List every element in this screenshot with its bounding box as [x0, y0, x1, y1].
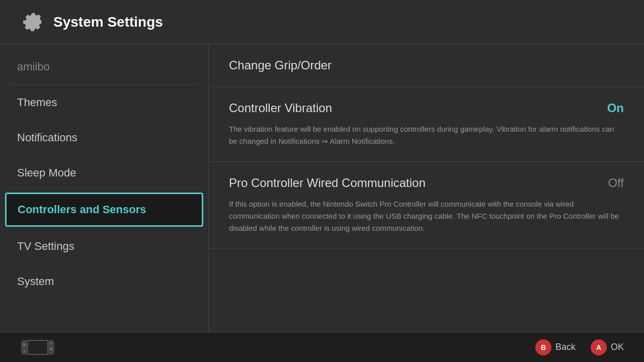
sidebar-item-system[interactable]: System: [0, 264, 208, 299]
bottom-buttons: B Back A OK: [535, 339, 624, 355]
content-area: Change Grip/Order Controller Vibration O…: [209, 44, 644, 332]
back-button[interactable]: B Back: [535, 339, 576, 355]
page-title: System Settings: [53, 14, 163, 30]
section-pro-controller-wired[interactable]: Pro Controller Wired Communication Off I…: [209, 162, 644, 249]
bottom-bar: B Back A OK: [0, 332, 644, 362]
pro-controller-desc: If this option is enabled, the Nintendo …: [229, 198, 624, 234]
back-label: Back: [555, 342, 576, 352]
svg-point-4: [23, 343, 26, 346]
svg-point-5: [24, 350, 26, 352]
header: System Settings: [0, 0, 644, 44]
section-change-grip-order[interactable]: Change Grip/Order: [209, 44, 644, 87]
svg-point-6: [50, 347, 53, 350]
sidebar-item-sleep-mode[interactable]: Sleep Mode: [0, 155, 208, 191]
sidebar-item-amiibo[interactable]: amiibo: [0, 49, 208, 84]
ok-button[interactable]: A OK: [591, 339, 624, 355]
main-layout: amiibo Themes Notifications Sleep Mode C…: [0, 44, 644, 332]
pro-controller-title: Pro Controller Wired Communication: [229, 176, 426, 190]
sidebar-item-tv-settings[interactable]: TV Settings: [0, 229, 208, 264]
switch-console-icon: [20, 337, 55, 357]
pro-controller-value: Off: [608, 176, 624, 190]
ok-label: OK: [611, 342, 624, 352]
controller-vibration-title: Controller Vibration: [229, 101, 332, 115]
svg-rect-1: [21, 340, 28, 355]
svg-rect-3: [28, 341, 47, 354]
a-button-icon: A: [591, 339, 607, 355]
section-header-pro-controller: Pro Controller Wired Communication Off: [229, 176, 624, 190]
sidebar-item-controllers-and-sensors[interactable]: Controllers and Sensors: [5, 193, 203, 227]
sidebar-item-themes[interactable]: Themes: [0, 85, 208, 120]
controller-vibration-desc: The vibration feature will be enabled on…: [229, 123, 624, 147]
section-header-vibration: Controller Vibration On: [229, 101, 624, 115]
sidebar-item-notifications[interactable]: Notifications: [0, 120, 208, 155]
change-grip-title: Change Grip/Order: [229, 58, 332, 72]
sidebar: amiibo Themes Notifications Sleep Mode C…: [0, 44, 209, 332]
controller-vibration-value: On: [607, 101, 624, 115]
svg-point-7: [50, 342, 52, 344]
gear-icon: [20, 10, 44, 34]
b-button-icon: B: [535, 339, 551, 355]
section-controller-vibration[interactable]: Controller Vibration On The vibration fe…: [209, 87, 644, 162]
section-header-change-grip: Change Grip/Order: [229, 58, 624, 72]
